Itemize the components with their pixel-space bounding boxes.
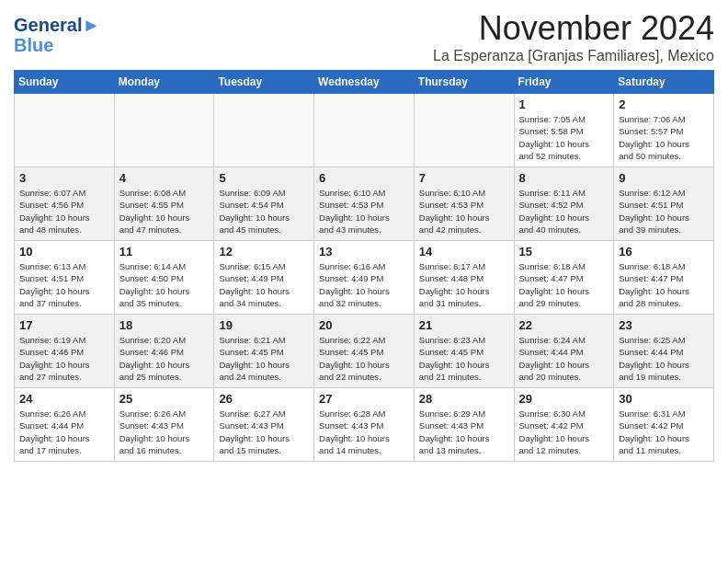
calendar-cell: 4Sunrise: 6:08 AM Sunset: 4:55 PM Daylig…: [114, 167, 214, 241]
page-header: General► Blue November 2024 La Esperanza…: [14, 9, 714, 64]
logo-text: General►: [14, 15, 100, 35]
day-number: 15: [519, 245, 609, 259]
day-info: Sunrise: 6:10 AM Sunset: 4:53 PM Dayligh…: [319, 187, 409, 236]
day-number: 5: [219, 171, 309, 185]
calendar-cell: 11Sunrise: 6:14 AM Sunset: 4:50 PM Dayli…: [114, 241, 214, 315]
day-info: Sunrise: 6:23 AM Sunset: 4:45 PM Dayligh…: [419, 334, 509, 383]
calendar-table: SundayMondayTuesdayWednesdayThursdayFrid…: [14, 70, 714, 462]
calendar-cell: 6Sunrise: 6:10 AM Sunset: 4:53 PM Daylig…: [314, 167, 415, 241]
day-number: 2: [619, 98, 709, 111]
calendar-week-4: 17Sunrise: 6:19 AM Sunset: 4:46 PM Dayli…: [15, 315, 714, 388]
calendar-week-2: 3Sunrise: 6:07 AM Sunset: 4:56 PM Daylig…: [15, 167, 714, 241]
day-number: 14: [419, 245, 509, 259]
day-number: 1: [519, 98, 609, 111]
calendar-cell: 5Sunrise: 6:09 AM Sunset: 4:54 PM Daylig…: [214, 167, 314, 241]
calendar-week-5: 24Sunrise: 6:26 AM Sunset: 4:44 PM Dayli…: [15, 388, 714, 462]
calendar-cell: 28Sunrise: 6:29 AM Sunset: 4:43 PM Dayli…: [414, 388, 514, 462]
day-number: 24: [19, 392, 109, 406]
calendar-cell: 3Sunrise: 6:07 AM Sunset: 4:56 PM Daylig…: [15, 167, 115, 241]
logo: General► Blue: [14, 15, 100, 55]
calendar-cell: 2Sunrise: 7:06 AM Sunset: 5:57 PM Daylig…: [614, 94, 714, 167]
day-number: 22: [519, 318, 609, 332]
calendar-cell: 29Sunrise: 6:30 AM Sunset: 4:42 PM Dayli…: [514, 388, 614, 462]
calendar-cell: 20Sunrise: 6:22 AM Sunset: 4:45 PM Dayli…: [314, 315, 415, 388]
day-info: Sunrise: 6:31 AM Sunset: 4:42 PM Dayligh…: [619, 408, 709, 456]
day-number: 7: [419, 171, 509, 185]
day-info: Sunrise: 7:06 AM Sunset: 5:57 PM Dayligh…: [619, 113, 709, 162]
calendar-cell: 27Sunrise: 6:28 AM Sunset: 4:43 PM Dayli…: [314, 388, 415, 462]
calendar-cell: 19Sunrise: 6:21 AM Sunset: 4:45 PM Dayli…: [214, 315, 314, 388]
day-header-monday: Monday: [114, 71, 214, 94]
day-number: 6: [319, 171, 409, 185]
calendar-cell: 22Sunrise: 6:24 AM Sunset: 4:44 PM Dayli…: [514, 315, 614, 388]
calendar-cell: 16Sunrise: 6:18 AM Sunset: 4:47 PM Dayli…: [614, 241, 714, 315]
day-info: Sunrise: 6:14 AM Sunset: 4:50 PM Dayligh…: [119, 260, 210, 309]
calendar-cell: 13Sunrise: 6:16 AM Sunset: 4:49 PM Dayli…: [314, 241, 415, 315]
day-number: 23: [619, 318, 709, 332]
calendar-cell: 24Sunrise: 6:26 AM Sunset: 4:44 PM Dayli…: [15, 388, 115, 462]
day-number: 9: [619, 171, 709, 185]
day-info: Sunrise: 6:22 AM Sunset: 4:45 PM Dayligh…: [319, 334, 409, 383]
day-number: 13: [319, 245, 409, 259]
day-number: 17: [19, 318, 109, 332]
calendar-cell: 9Sunrise: 6:12 AM Sunset: 4:51 PM Daylig…: [614, 167, 714, 241]
day-info: Sunrise: 6:07 AM Sunset: 4:56 PM Dayligh…: [19, 187, 109, 236]
calendar-cell: 12Sunrise: 6:15 AM Sunset: 4:49 PM Dayli…: [214, 241, 314, 315]
day-info: Sunrise: 7:05 AM Sunset: 5:58 PM Dayligh…: [519, 113, 609, 162]
day-info: Sunrise: 6:28 AM Sunset: 4:43 PM Dayligh…: [319, 408, 409, 456]
calendar-cell: 14Sunrise: 6:17 AM Sunset: 4:48 PM Dayli…: [414, 241, 514, 315]
day-header-saturday: Saturday: [614, 71, 714, 94]
day-info: Sunrise: 6:10 AM Sunset: 4:53 PM Dayligh…: [419, 187, 509, 236]
calendar-cell: 10Sunrise: 6:13 AM Sunset: 4:51 PM Dayli…: [15, 241, 115, 315]
day-header-sunday: Sunday: [15, 71, 115, 94]
calendar-week-3: 10Sunrise: 6:13 AM Sunset: 4:51 PM Dayli…: [15, 241, 714, 315]
day-number: 19: [219, 318, 309, 332]
day-info: Sunrise: 6:20 AM Sunset: 4:46 PM Dayligh…: [119, 334, 210, 383]
day-header-friday: Friday: [514, 71, 614, 94]
day-info: Sunrise: 6:18 AM Sunset: 4:47 PM Dayligh…: [519, 260, 609, 309]
location-title: La Esperanza [Granjas Familiares], Mexic…: [433, 48, 714, 64]
day-number: 10: [19, 245, 109, 259]
day-info: Sunrise: 6:15 AM Sunset: 4:49 PM Dayligh…: [219, 260, 309, 309]
day-number: 20: [319, 318, 409, 332]
calendar-cell: 26Sunrise: 6:27 AM Sunset: 4:43 PM Dayli…: [214, 388, 314, 462]
calendar-cell: 7Sunrise: 6:10 AM Sunset: 4:53 PM Daylig…: [414, 167, 514, 241]
day-info: Sunrise: 6:29 AM Sunset: 4:43 PM Dayligh…: [419, 408, 509, 456]
calendar-cell: [414, 94, 514, 167]
calendar-cell: [214, 94, 314, 167]
calendar-header-row: SundayMondayTuesdayWednesdayThursdayFrid…: [15, 71, 714, 94]
day-info: Sunrise: 6:26 AM Sunset: 4:43 PM Dayligh…: [119, 408, 210, 456]
day-info: Sunrise: 6:21 AM Sunset: 4:45 PM Dayligh…: [219, 334, 309, 383]
day-info: Sunrise: 6:17 AM Sunset: 4:48 PM Dayligh…: [419, 260, 509, 309]
calendar-cell: 23Sunrise: 6:25 AM Sunset: 4:44 PM Dayli…: [614, 315, 714, 388]
calendar-cell: [114, 94, 214, 167]
calendar-cell: 21Sunrise: 6:23 AM Sunset: 4:45 PM Dayli…: [414, 315, 514, 388]
day-number: 18: [119, 318, 210, 332]
day-number: 26: [219, 392, 309, 406]
day-number: 11: [119, 245, 210, 259]
calendar-cell: 18Sunrise: 6:20 AM Sunset: 4:46 PM Dayli…: [114, 315, 214, 388]
calendar-cell: 8Sunrise: 6:11 AM Sunset: 4:52 PM Daylig…: [514, 167, 614, 241]
day-number: 29: [519, 392, 609, 406]
day-number: 30: [619, 392, 709, 406]
day-number: 4: [119, 171, 210, 185]
calendar-cell: 1Sunrise: 7:05 AM Sunset: 5:58 PM Daylig…: [514, 94, 614, 167]
calendar-cell: 17Sunrise: 6:19 AM Sunset: 4:46 PM Dayli…: [15, 315, 115, 388]
day-info: Sunrise: 6:11 AM Sunset: 4:52 PM Dayligh…: [519, 187, 609, 236]
day-number: 3: [19, 171, 109, 185]
day-info: Sunrise: 6:24 AM Sunset: 4:44 PM Dayligh…: [519, 334, 609, 383]
day-info: Sunrise: 6:09 AM Sunset: 4:54 PM Dayligh…: [219, 187, 309, 236]
title-section: November 2024 La Esperanza [Granjas Fami…: [433, 9, 714, 64]
day-header-thursday: Thursday: [414, 71, 514, 94]
logo-blue: Blue: [14, 35, 100, 55]
day-number: 21: [419, 318, 509, 332]
day-info: Sunrise: 6:13 AM Sunset: 4:51 PM Dayligh…: [19, 260, 109, 309]
day-info: Sunrise: 6:08 AM Sunset: 4:55 PM Dayligh…: [119, 187, 210, 236]
day-info: Sunrise: 6:25 AM Sunset: 4:44 PM Dayligh…: [619, 334, 709, 383]
day-header-tuesday: Tuesday: [214, 71, 314, 94]
day-number: 12: [219, 245, 309, 259]
day-number: 27: [319, 392, 409, 406]
calendar-week-1: 1Sunrise: 7:05 AM Sunset: 5:58 PM Daylig…: [15, 94, 714, 167]
day-info: Sunrise: 6:26 AM Sunset: 4:44 PM Dayligh…: [19, 408, 109, 456]
day-info: Sunrise: 6:18 AM Sunset: 4:47 PM Dayligh…: [619, 260, 709, 309]
